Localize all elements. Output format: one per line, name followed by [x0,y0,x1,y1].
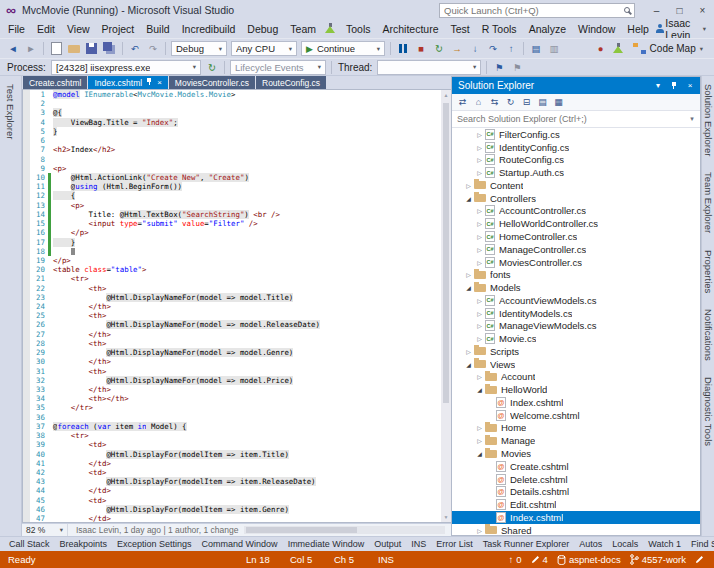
zoom-control[interactable]: 82 % ▾ [22,524,68,536]
tree-item-movie-cs[interactable]: ▷C#Movie.cs [452,332,700,345]
tree-item-accountcontroller-cs[interactable]: ▷C#AccountController.cs [452,205,700,218]
breakpoint-margin[interactable] [23,228,30,237]
code-line[interactable]: 32 @Html.DisplayNameFor(model => model.P… [23,376,441,385]
breakpoint-margin[interactable] [23,357,30,366]
forward-icon[interactable]: ► [23,41,39,57]
tree-item-managecontroller-cs[interactable]: ▷C#ManageController.cs [452,243,700,256]
save-icon[interactable] [84,41,100,57]
tree-item-delete-cshtml[interactable]: @Delete.cshtml [452,473,700,486]
bottom-tab-watch-1[interactable]: Watch 1 [643,539,686,549]
code-line[interactable]: 20<table class="table"> [23,265,441,274]
collapse-all-icon[interactable]: ⊟ [519,97,534,107]
solution-explorer-header[interactable]: Solution Explorer ▾ × [452,77,700,94]
quick-launch-input[interactable] [444,5,621,16]
tree-item-movies[interactable]: ◢Movies [452,447,700,460]
breakpoint-margin[interactable] [23,210,30,219]
expand-icon[interactable]: ▷ [475,207,484,214]
breakpoint-margin[interactable] [23,302,30,311]
tool-tab-team-explorer[interactable]: Team Explorer [702,164,714,241]
breakpoint-margin[interactable] [23,164,30,173]
code-line[interactable]: 18 [23,247,441,256]
editor[interactable]: 1@model IEnumerable<MvcMovie.Models.Movi… [22,89,451,523]
breakpoint-margin[interactable] [23,505,30,514]
test-flask-icon[interactable] [611,41,627,57]
code-line[interactable]: 4 ViewBag.Title = "Index"; [23,118,441,127]
flag-thread-icon[interactable]: ⚑ [509,59,525,75]
code-line[interactable]: 1@model IEnumerable<MvcMovie.Models.Movi… [23,90,441,99]
tree-item-accountviewmodels-cs[interactable]: ▷C#AccountViewModels.cs [452,294,700,307]
vertical-scrollbar[interactable]: ▲ ▼ [441,90,451,522]
breakpoint-margin[interactable] [23,173,30,182]
breakpoint-margin[interactable] [23,201,30,210]
menu-incredibuild[interactable]: Incredibuild [176,21,242,37]
code-line[interactable]: 5} [23,127,441,136]
tree-item-startup-auth-cs[interactable]: ▷C#Startup.Auth.cs [452,166,700,179]
tab-moviescontroller-cs[interactable]: MoviesController.cs [169,76,255,89]
horizontal-scrollbar[interactable] [244,526,445,534]
quick-launch-box[interactable] [439,3,635,18]
thread-combo[interactable]: ▾ [377,60,481,75]
breakpoint-margin[interactable] [23,385,30,394]
commits-ahead[interactable]: ↑ 0 [509,554,522,565]
bottom-tab-error-list[interactable]: Error List [431,539,478,549]
breakpoint-margin[interactable] [23,496,30,505]
tree-item-models[interactable]: ◢Models [452,281,700,294]
tree-item-helloworldcontroller-cs[interactable]: ▷C#HelloWorldController.cs [452,217,700,230]
collapse-icon[interactable]: ◢ [475,386,484,393]
code-line[interactable]: 10 @Html.ActionLink("Create New", "Creat… [23,173,441,182]
code-line[interactable]: 23 @Html.DisplayNameFor(model => model.T… [23,293,441,302]
expand-icon[interactable]: ▷ [475,297,484,304]
tree-item-edit-cshtml[interactable]: @Edit.cshtml [452,498,700,511]
collapse-icon[interactable]: ◢ [464,195,473,202]
break-all-icon[interactable] [395,41,411,57]
code-line[interactable]: 25 <th> [23,311,441,320]
tree-item-content[interactable]: ▷Content [452,179,700,192]
expand-icon[interactable]: ▷ [475,131,484,138]
lifecycle-events-combo[interactable]: Lifecycle Events ▾ [230,60,326,75]
breakpoint-margin[interactable] [23,339,30,348]
breakpoint-margin[interactable] [23,413,30,422]
tree-item-scripts[interactable]: ▷Scripts [452,345,700,358]
expand-icon[interactable]: ▷ [475,144,484,151]
bottom-tab-find-symbol-results[interactable]: Find Symbol Results [686,539,714,549]
save-all-icon[interactable] [102,41,118,57]
refresh-icon[interactable]: ↻ [503,97,518,107]
breakpoint-margin[interactable] [23,284,30,293]
breakpoint-margin[interactable] [23,247,30,256]
code-line[interactable]: 15 <input type="submit" value="Filter" /… [23,219,441,228]
home-icon[interactable]: ⌂ [471,97,486,107]
breakpoint-margin[interactable] [23,468,30,477]
pin-icon[interactable] [667,81,681,90]
code-line[interactable]: 39 <td> [23,440,441,449]
edit-indicator[interactable] [695,555,704,564]
tree-item-fonts[interactable]: ▷fonts [452,268,700,281]
code-line[interactable]: 42 <td> [23,468,441,477]
process-combo[interactable]: [24328] iisexpress.exe ▾ [51,60,201,75]
expand-icon[interactable]: ▷ [475,373,484,380]
code-line[interactable]: 12 { [23,191,441,200]
scroll-up-icon[interactable]: ▲ [444,92,449,98]
code-line[interactable]: 43 @Html.DisplayFor(modelItem => item.Re… [23,477,441,486]
bottom-tab-breakpoints[interactable]: Breakpoints [55,539,113,549]
tool-tab-solution-explorer[interactable]: Solution Explorer [702,76,714,164]
breakpoint-margin[interactable] [23,320,30,329]
collapse-icon[interactable]: ◢ [464,361,473,368]
breakpoint-margin[interactable] [23,127,30,136]
tree-item-details-cshtml[interactable]: @Details.cshtml [452,485,700,498]
menu-edit[interactable]: Edit [31,21,61,37]
breakpoint-margin[interactable] [23,108,30,117]
code-line[interactable]: 33 </th> [23,385,441,394]
tool-tab-diagnostic-tools[interactable]: Diagnostic Tools [702,369,714,454]
scroll-down-icon[interactable]: ▼ [444,514,449,520]
bottom-tab-command-window[interactable]: Command Window [197,539,283,549]
breakpoint-margin[interactable] [23,136,30,145]
close-icon[interactable]: × [683,81,697,90]
tree-item-identitymodels-cs[interactable]: ▷C#IdentityModels.cs [452,307,700,320]
tree-item-shared[interactable]: ▷Shared [452,524,700,535]
expand-icon[interactable]: ▷ [475,233,484,240]
bottom-tab-task-runner-explorer[interactable]: Task Runner Explorer [478,539,575,549]
code-line[interactable]: 36 [23,413,441,422]
expand-icon[interactable]: ▷ [475,424,484,431]
bottom-tab-locals[interactable]: Locals [607,539,643,549]
expand-icon[interactable]: ▷ [475,169,484,176]
